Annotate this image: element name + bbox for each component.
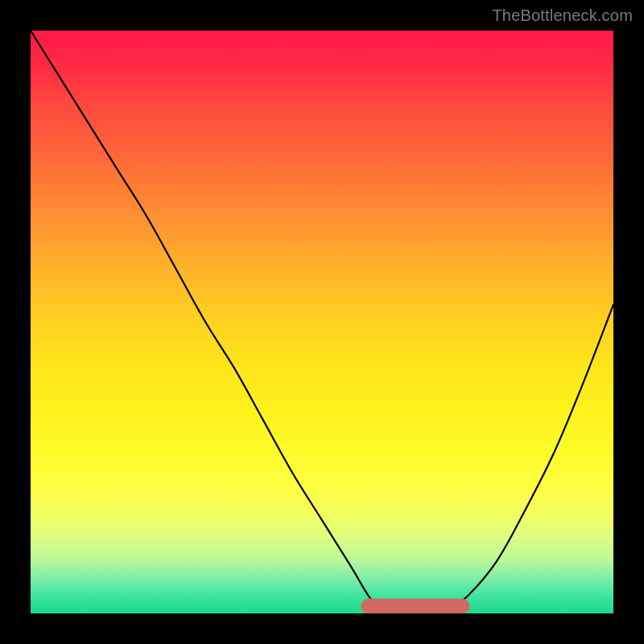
- watermark-text: TheBottleneck.com: [492, 6, 633, 25]
- bottleneck-curve: [31, 31, 613, 613]
- chart-frame: TheBottleneck.com: [0, 0, 644, 644]
- chart-svg: [31, 31, 613, 613]
- plot-area: [31, 31, 613, 613]
